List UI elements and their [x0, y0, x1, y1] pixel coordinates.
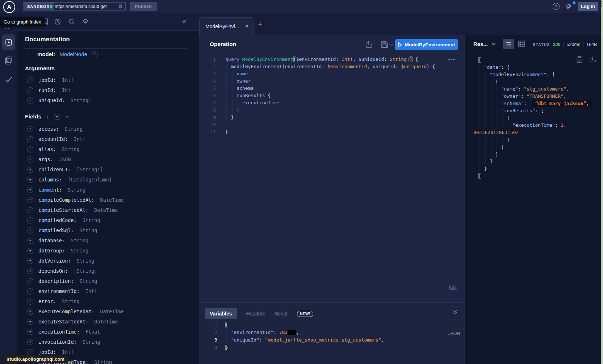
- run-operation-button[interactable]: ModelByEnvironment: [395, 39, 458, 50]
- field-name: accountId:: [38, 136, 71, 142]
- variables-editor[interactable]: 1{2│ "environmentId": 782 ,3│ "uniqueId"…: [199, 321, 464, 351]
- add-field-icon[interactable]: +: [27, 177, 33, 183]
- sidebar-item-explorer[interactable]: [2, 34, 15, 50]
- response-chevron-icon[interactable]: [491, 43, 496, 46]
- operation-editor[interactable]: 1query ModelByEnvironment($environmentId…: [199, 55, 464, 135]
- field-row[interactable]: +compiledCode: String: [17, 215, 199, 225]
- field-row[interactable]: +executeCompletedAt: DateTime: [17, 306, 199, 317]
- login-button[interactable]: Log in: [578, 2, 598, 11]
- add-field-icon[interactable]: +: [27, 156, 33, 163]
- code-line: │ │ │ }: [478, 150, 598, 158]
- save-options-chevron-icon[interactable]: [390, 43, 394, 46]
- model-field-label: model:: [37, 51, 55, 57]
- history-icon[interactable]: [54, 18, 61, 25]
- model-type-link[interactable]: ModelNode: [59, 51, 87, 57]
- add-field-icon[interactable]: +: [27, 278, 33, 284]
- add-field-icon[interactable]: +: [27, 97, 33, 104]
- add-field-icon[interactable]: +: [27, 197, 33, 203]
- close-tab-icon[interactable]: ✕: [245, 24, 249, 29]
- add-field-icon[interactable]: +: [27, 258, 33, 264]
- share-operation-icon[interactable]: [365, 41, 372, 49]
- play-icon: [398, 42, 402, 47]
- field-row[interactable]: +compiledSql: String: [17, 225, 199, 235]
- response-view-raw-toggle[interactable]: [503, 39, 514, 49]
- response-json-viewer[interactable]: {│ "data": {│ │ "modelByEnvironment": [│…: [478, 56, 598, 179]
- sidebar-item-schema[interactable]: [4, 56, 13, 65]
- help-icon[interactable]: ?: [553, 3, 560, 10]
- endpoint-url-input[interactable]: https://metadata.cloud.get ⚙: [47, 2, 126, 11]
- add-field-icon[interactable]: +: [27, 329, 33, 335]
- collapse-panel-icon[interactable]: «: [182, 17, 186, 25]
- add-field-icon[interactable]: +: [27, 126, 33, 132]
- add-field-icon[interactable]: +: [27, 238, 33, 244]
- tab-headers[interactable]: Headers: [246, 311, 265, 317]
- field-row[interactable]: +comment: String: [17, 185, 199, 195]
- new-tab-icon[interactable]: +: [258, 20, 263, 29]
- notification-dot: [573, 1, 575, 4]
- field-name: compileStartedAt:: [38, 207, 91, 213]
- settings-gear-icon[interactable]: ⚙: [83, 17, 88, 25]
- field-row[interactable]: +description: String: [17, 276, 199, 286]
- add-model-field-icon[interactable]: +: [92, 51, 98, 57]
- add-field-icon[interactable]: +: [27, 309, 33, 315]
- response-view-table-toggle[interactable]: [518, 41, 525, 47]
- field-row[interactable]: +executeStartedAt: DateTime: [17, 317, 199, 327]
- field-row[interactable]: +compileStartedAt: DateTime: [17, 205, 199, 215]
- add-field-icon[interactable]: +: [27, 288, 33, 294]
- field-row[interactable]: +database: String: [17, 235, 199, 246]
- tab-model-by-environment[interactable]: ModelByEnvi... ✕: [199, 17, 254, 35]
- add-field-icon[interactable]: +: [27, 187, 33, 193]
- field-name: environmentId:: [38, 288, 83, 294]
- field-row[interactable]: +dependsOn: [String]: [17, 266, 199, 276]
- add-field-icon[interactable]: +: [27, 339, 33, 345]
- add-field-icon[interactable]: +: [27, 349, 33, 355]
- keyboard-shortcuts-icon[interactable]: [449, 285, 457, 290]
- add-field-icon[interactable]: +: [27, 217, 33, 223]
- field-row[interactable]: +executionTime: Float: [17, 327, 199, 337]
- field-row[interactable]: +childrenL1: [String!]: [17, 164, 199, 175]
- add-all-fields-icon[interactable]: +: [54, 114, 60, 120]
- field-name: dbtGroup:: [38, 248, 68, 254]
- add-field-icon[interactable]: +: [27, 227, 33, 234]
- field-row[interactable]: +access: String: [17, 124, 199, 134]
- add-field-icon[interactable]: +: [27, 167, 33, 173]
- field-row[interactable]: +compileCompletedAt: DateTime: [17, 195, 199, 205]
- sort-descending-icon[interactable]: ↓: [46, 114, 49, 120]
- add-field-icon[interactable]: +: [27, 248, 33, 254]
- announcements-icon[interactable]: [565, 3, 573, 10]
- add-field-icon[interactable]: +: [27, 319, 33, 325]
- back-arrow-icon[interactable]: ←: [27, 51, 33, 57]
- field-row[interactable]: +invocationId: String: [17, 337, 199, 347]
- field-row[interactable]: +accountId: Int!: [17, 134, 199, 144]
- collapse-variables-icon[interactable]: [453, 309, 458, 314]
- save-operation-icon[interactable]: [381, 41, 388, 48]
- add-field-icon[interactable]: +: [27, 298, 33, 305]
- chevron-down-icon[interactable]: [65, 115, 69, 118]
- endpoint-settings-gear-icon[interactable]: ⚙: [118, 3, 123, 10]
- search-icon[interactable]: [68, 18, 75, 25]
- browser-scrollbar[interactable]: [601, 0, 603, 364]
- add-field-icon[interactable]: +: [27, 77, 33, 83]
- add-field-icon[interactable]: +: [27, 146, 33, 152]
- field-row[interactable]: +dbtGroup: String: [17, 246, 199, 256]
- field-row[interactable]: +dbtVersion: String: [17, 256, 199, 266]
- field-row[interactable]: +args: JSON: [17, 154, 199, 164]
- sidebar-item-checklist[interactable]: [4, 75, 13, 83]
- field-type: String: [77, 258, 95, 264]
- add-field-icon[interactable]: +: [27, 268, 33, 274]
- publish-button[interactable]: Publish: [130, 2, 157, 11]
- field-row[interactable]: +jobId: Int!: [17, 75, 199, 85]
- tab-variables[interactable]: Variables: [205, 308, 237, 319]
- apollo-logo[interactable]: A: [3, 1, 15, 13]
- add-field-icon[interactable]: +: [27, 87, 33, 93]
- field-row[interactable]: +environmentId: Int!: [17, 286, 199, 296]
- tab-script[interactable]: Script: [275, 311, 288, 317]
- add-field-icon[interactable]: +: [27, 136, 33, 142]
- add-field-icon[interactable]: +: [27, 207, 33, 213]
- field-row[interactable]: +columns: [CatalogColumn]: [17, 175, 199, 185]
- field-row[interactable]: +uniqueId: String!: [17, 95, 199, 105]
- field-row[interactable]: +alias: String: [17, 144, 199, 154]
- field-row[interactable]: +runId: Int: [17, 85, 199, 95]
- field-row[interactable]: +error: String: [17, 296, 199, 306]
- field-name: compiledSql:: [38, 227, 77, 233]
